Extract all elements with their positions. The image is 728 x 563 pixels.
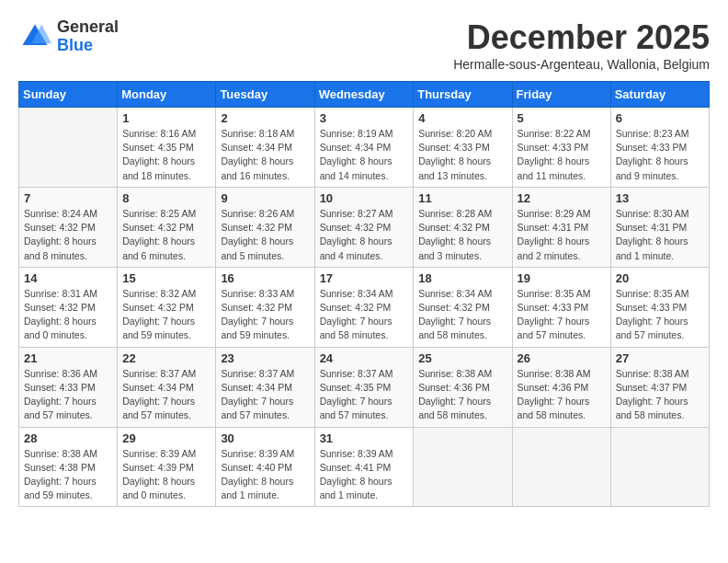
day-number: 20 <box>616 271 704 285</box>
day-info: Sunrise: 8:32 AMSunset: 4:32 PMDaylight:… <box>122 287 210 343</box>
day-info: Sunrise: 8:23 AMSunset: 4:33 PMDaylight:… <box>616 127 704 183</box>
calendar-cell: 31Sunrise: 8:39 AMSunset: 4:41 PMDayligh… <box>314 427 414 507</box>
day-number: 8 <box>122 191 210 205</box>
day-number: 18 <box>418 271 506 285</box>
calendar-cell: 26Sunrise: 8:38 AMSunset: 4:36 PMDayligh… <box>512 347 610 427</box>
day-number: 30 <box>221 431 309 445</box>
month-title: December 2025 <box>453 18 710 57</box>
location-subtitle: Hermalle-sous-Argenteau, Wallonia, Belgi… <box>453 57 710 72</box>
calendar-week-1: 1Sunrise: 8:16 AMSunset: 4:35 PMDaylight… <box>19 108 710 188</box>
day-info: Sunrise: 8:22 AMSunset: 4:33 PMDaylight:… <box>518 127 606 183</box>
calendar-cell <box>19 108 118 188</box>
calendar-cell: 1Sunrise: 8:16 AMSunset: 4:35 PMDaylight… <box>118 108 216 188</box>
day-info: Sunrise: 8:18 AMSunset: 4:34 PMDaylight:… <box>221 127 309 183</box>
day-info: Sunrise: 8:39 AMSunset: 4:39 PMDaylight:… <box>122 447 210 503</box>
weekday-row: SundayMondayTuesdayWednesdayThursdayFrid… <box>19 82 710 108</box>
day-info: Sunrise: 8:39 AMSunset: 4:40 PMDaylight:… <box>221 447 309 503</box>
day-number: 10 <box>320 191 409 205</box>
weekday-header-friday: Friday <box>512 82 610 108</box>
day-number: 25 <box>418 351 506 365</box>
day-info: Sunrise: 8:16 AMSunset: 4:35 PMDaylight:… <box>122 127 210 183</box>
day-info: Sunrise: 8:34 AMSunset: 4:32 PMDaylight:… <box>320 287 409 343</box>
calendar-cell: 3Sunrise: 8:19 AMSunset: 4:34 PMDaylight… <box>314 108 414 188</box>
calendar-cell: 18Sunrise: 8:34 AMSunset: 4:32 PMDayligh… <box>414 267 512 347</box>
calendar-cell: 13Sunrise: 8:30 AMSunset: 4:31 PMDayligh… <box>610 187 709 267</box>
day-info: Sunrise: 8:19 AMSunset: 4:34 PMDaylight:… <box>320 127 409 183</box>
logo-icon <box>18 20 51 53</box>
calendar-week-5: 28Sunrise: 8:38 AMSunset: 4:38 PMDayligh… <box>19 427 710 507</box>
day-info: Sunrise: 8:31 AMSunset: 4:32 PMDaylight:… <box>24 287 112 343</box>
calendar-cell: 30Sunrise: 8:39 AMSunset: 4:40 PMDayligh… <box>216 427 314 507</box>
logo-general-text: General <box>57 18 119 37</box>
weekday-header-tuesday: Tuesday <box>216 82 314 108</box>
weekday-header-wednesday: Wednesday <box>314 82 414 108</box>
day-info: Sunrise: 8:37 AMSunset: 4:34 PMDaylight:… <box>221 367 309 423</box>
calendar-cell: 20Sunrise: 8:35 AMSunset: 4:33 PMDayligh… <box>610 267 709 347</box>
day-info: Sunrise: 8:38 AMSunset: 4:36 PMDaylight:… <box>518 367 606 423</box>
calendar-cell: 21Sunrise: 8:36 AMSunset: 4:33 PMDayligh… <box>19 347 118 427</box>
calendar-cell: 8Sunrise: 8:25 AMSunset: 4:32 PMDaylight… <box>118 187 216 267</box>
calendar-cell: 15Sunrise: 8:32 AMSunset: 4:32 PMDayligh… <box>118 267 216 347</box>
calendar-cell: 27Sunrise: 8:38 AMSunset: 4:37 PMDayligh… <box>610 347 709 427</box>
calendar-cell: 25Sunrise: 8:38 AMSunset: 4:36 PMDayligh… <box>414 347 512 427</box>
day-info: Sunrise: 8:37 AMSunset: 4:34 PMDaylight:… <box>122 367 210 423</box>
day-number: 17 <box>320 271 409 285</box>
calendar-cell <box>414 427 512 507</box>
day-number: 7 <box>24 191 112 205</box>
weekday-header-saturday: Saturday <box>610 82 709 108</box>
title-block: December 2025 Hermalle-sous-Argenteau, W… <box>453 18 710 72</box>
day-info: Sunrise: 8:38 AMSunset: 4:37 PMDaylight:… <box>616 367 704 423</box>
weekday-header-sunday: Sunday <box>19 82 118 108</box>
day-number: 26 <box>518 351 606 365</box>
day-info: Sunrise: 8:38 AMSunset: 4:38 PMDaylight:… <box>24 447 112 503</box>
day-number: 28 <box>24 431 112 445</box>
day-number: 13 <box>616 191 704 205</box>
day-number: 16 <box>221 271 309 285</box>
day-info: Sunrise: 8:39 AMSunset: 4:41 PMDaylight:… <box>320 447 409 503</box>
day-info: Sunrise: 8:24 AMSunset: 4:32 PMDaylight:… <box>24 207 112 263</box>
day-number: 14 <box>24 271 112 285</box>
day-number: 29 <box>122 431 210 445</box>
day-info: Sunrise: 8:37 AMSunset: 4:35 PMDaylight:… <box>320 367 409 423</box>
day-number: 2 <box>221 111 309 125</box>
calendar-cell: 10Sunrise: 8:27 AMSunset: 4:32 PMDayligh… <box>314 187 414 267</box>
calendar-cell: 6Sunrise: 8:23 AMSunset: 4:33 PMDaylight… <box>610 108 709 188</box>
calendar-cell: 29Sunrise: 8:39 AMSunset: 4:39 PMDayligh… <box>118 427 216 507</box>
weekday-header-monday: Monday <box>118 82 216 108</box>
day-info: Sunrise: 8:30 AMSunset: 4:31 PMDaylight:… <box>616 207 704 263</box>
calendar-week-2: 7Sunrise: 8:24 AMSunset: 4:32 PMDaylight… <box>19 187 710 267</box>
calendar-cell: 16Sunrise: 8:33 AMSunset: 4:32 PMDayligh… <box>216 267 314 347</box>
day-info: Sunrise: 8:29 AMSunset: 4:31 PMDaylight:… <box>518 207 606 263</box>
calendar-cell: 7Sunrise: 8:24 AMSunset: 4:32 PMDaylight… <box>19 187 118 267</box>
day-info: Sunrise: 8:35 AMSunset: 4:33 PMDaylight:… <box>616 287 704 343</box>
day-info: Sunrise: 8:27 AMSunset: 4:32 PMDaylight:… <box>320 207 409 263</box>
calendar-cell: 28Sunrise: 8:38 AMSunset: 4:38 PMDayligh… <box>19 427 118 507</box>
calendar-header: SundayMondayTuesdayWednesdayThursdayFrid… <box>19 82 710 108</box>
calendar-cell: 5Sunrise: 8:22 AMSunset: 4:33 PMDaylight… <box>512 108 610 188</box>
day-info: Sunrise: 8:26 AMSunset: 4:32 PMDaylight:… <box>221 207 309 263</box>
logo-blue-text: Blue <box>57 37 119 55</box>
logo: General Blue <box>18 18 119 55</box>
day-number: 9 <box>221 191 309 205</box>
calendar-cell: 12Sunrise: 8:29 AMSunset: 4:31 PMDayligh… <box>512 187 610 267</box>
calendar-cell: 14Sunrise: 8:31 AMSunset: 4:32 PMDayligh… <box>19 267 118 347</box>
calendar-cell: 17Sunrise: 8:34 AMSunset: 4:32 PMDayligh… <box>314 267 414 347</box>
day-number: 3 <box>320 111 409 125</box>
calendar-cell <box>610 427 709 507</box>
calendar-week-3: 14Sunrise: 8:31 AMSunset: 4:32 PMDayligh… <box>19 267 710 347</box>
day-number: 27 <box>616 351 704 365</box>
day-number: 5 <box>518 111 606 125</box>
day-number: 6 <box>616 111 704 125</box>
calendar-cell: 22Sunrise: 8:37 AMSunset: 4:34 PMDayligh… <box>118 347 216 427</box>
day-number: 22 <box>122 351 210 365</box>
weekday-header-thursday: Thursday <box>414 82 512 108</box>
day-number: 11 <box>418 191 506 205</box>
calendar-cell: 23Sunrise: 8:37 AMSunset: 4:34 PMDayligh… <box>216 347 314 427</box>
day-number: 1 <box>122 111 210 125</box>
page-header: General Blue December 2025 Hermalle-sous… <box>18 18 710 72</box>
calendar-cell: 4Sunrise: 8:20 AMSunset: 4:33 PMDaylight… <box>414 108 512 188</box>
calendar-cell: 2Sunrise: 8:18 AMSunset: 4:34 PMDaylight… <box>216 108 314 188</box>
day-number: 31 <box>320 431 409 445</box>
day-number: 23 <box>221 351 309 365</box>
calendar-table: SundayMondayTuesdayWednesdayThursdayFrid… <box>18 81 710 507</box>
